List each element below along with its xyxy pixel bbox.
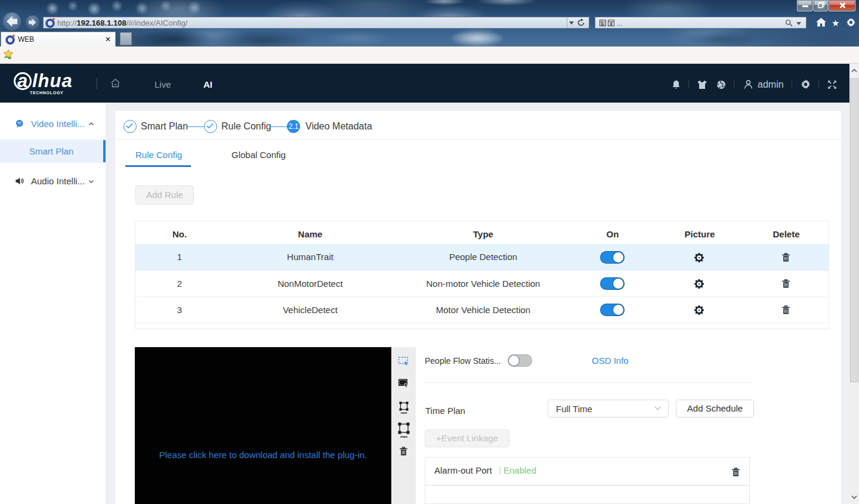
svg-text:max: max	[400, 435, 408, 438]
svg-text:min: min	[401, 411, 407, 415]
